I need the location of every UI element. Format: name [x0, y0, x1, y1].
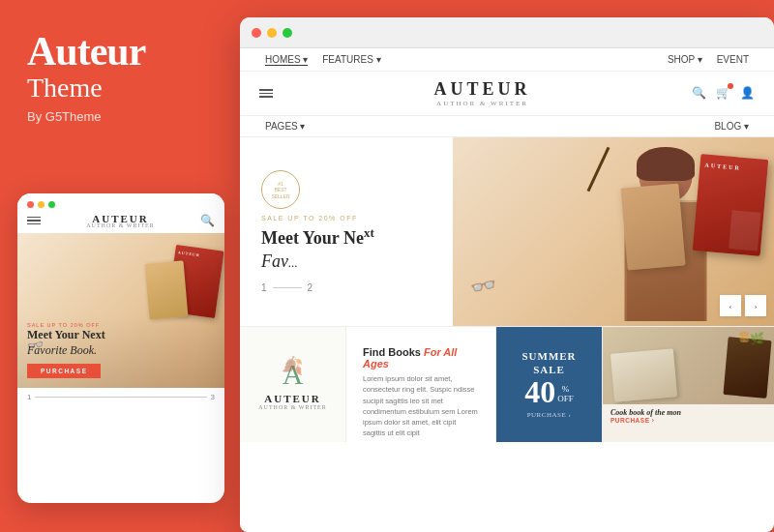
books-deco: A 🍂: [283, 360, 304, 389]
card-books-logo: A 🍂 AUTEUR AUTHOR & WRITER: [240, 327, 346, 442]
auteur-logo-full: AUTEUR AUTHOR & WRITER: [258, 393, 327, 410]
mobile-dots: [17, 193, 224, 213]
flower-deco: 🍂: [282, 355, 303, 376]
header-icons: 🔍 🛒 👤: [692, 86, 755, 101]
hamburger-line: [27, 217, 41, 219]
site-nav-top: HOMES ▾ FEATURES ▾ SHOP ▾ EVENT: [240, 48, 774, 72]
site-hamburger[interactable]: [259, 89, 273, 98]
brand-title: Auteur: [27, 29, 213, 74]
hamburger-line: [259, 93, 273, 95]
browser-dot-red[interactable]: [252, 28, 261, 38]
card-find-title: Find Books For All Ages: [363, 346, 479, 369]
user-icon[interactable]: 👤: [740, 86, 755, 101]
cookbook-image: 🌿 🍔: [603, 327, 774, 404]
sale-link[interactable]: PURCHASE ›: [527, 411, 572, 419]
card-summer-sale: SUMMER SALE 40%OFF PURCHASE ›: [496, 327, 603, 442]
nav-pages[interactable]: PAGES ▾: [265, 121, 306, 132]
mobile-dot-green: [48, 201, 55, 208]
nav-event[interactable]: EVENT: [717, 54, 749, 65]
person-hair: [637, 147, 695, 181]
browser-dot-yellow[interactable]: [267, 28, 277, 38]
bottom-cards: A 🍂 AUTEUR AUTHOR & WRITER Find Books Fo…: [240, 326, 774, 442]
hamburger-line: [27, 223, 41, 225]
pagination-line: [273, 287, 302, 288]
sale-title: SUMMER SALE: [506, 350, 592, 375]
cookbook-deco2: 🍔: [738, 332, 750, 342]
card-find-body: Lorem ipsum dolor sit amet, consectetur …: [363, 373, 479, 439]
book-cover-second: [620, 184, 685, 271]
mobile-purchase-button[interactable]: PURCHASE: [27, 364, 101, 378]
mobile-pagination: 1 3: [17, 388, 224, 406]
cookbook-book: [610, 348, 677, 401]
card-cookbook: 🌿 🍔 Cook book of the mon PURCHASE ›: [603, 327, 774, 442]
sale-off: %OFF: [557, 384, 574, 403]
mobile-header: AUTEUR AUTHOR & WRITER 🔍: [17, 213, 224, 233]
sale-percent: 40: [524, 374, 555, 409]
hero-award: #1BESTSELLER: [261, 170, 300, 209]
browser-dot-green[interactable]: [283, 28, 292, 38]
nav-features[interactable]: FEATURES ▾: [322, 54, 380, 65]
hamburger-line: [27, 220, 41, 222]
mobile-dot-yellow: [38, 201, 45, 208]
site-logo: AUTEUR AUTHOR & WRITER: [273, 79, 692, 107]
next-arrow[interactable]: ›: [745, 295, 766, 316]
find-books-content: Find Books For All Ages Lorem ipsum dolo…: [358, 339, 484, 442]
mobile-dot-red: [27, 201, 34, 208]
pagination-line: [35, 397, 206, 398]
brand-by: By G5Theme: [27, 109, 213, 124]
prev-arrow[interactable]: ‹: [720, 295, 741, 316]
mobile-book-second: [145, 260, 189, 319]
card-find-books: Find Books For All Ages Lorem ipsum dolo…: [346, 327, 496, 442]
nav-homes[interactable]: HOMES ▾: [265, 54, 308, 66]
cart-badge: [728, 83, 733, 89]
browser-titlebar: [240, 17, 774, 48]
hamburger-line: [259, 96, 273, 98]
book-inner-deco: [729, 210, 760, 251]
nav-shop[interactable]: SHOP ▾: [668, 54, 702, 65]
cookbook-bottom: Cook book of the mon PURCHASE ›: [603, 404, 774, 428]
browser-window: HOMES ▾ FEATURES ▾ SHOP ▾ EVENT AUTEUR A…: [240, 17, 774, 532]
hero-pagination: 1 2: [261, 282, 432, 293]
cookbook-book2: [723, 337, 771, 399]
hero-content: #1BESTSELLER SALE UP TO 20% OFF Meet You…: [240, 137, 453, 326]
left-panel: Auteur Theme By G5Theme AUTEUR AUTHOR & …: [0, 0, 240, 532]
glasses-icon: 👓: [468, 271, 499, 301]
nav-arrows: ‹ ›: [720, 295, 766, 316]
hero-subtitle: Fav...: [261, 251, 432, 273]
mobile-logo: AUTEUR AUTHOR & WRITER: [41, 213, 200, 228]
book-cover-main: AUTEUR: [693, 154, 768, 256]
site-nav-bottom: PAGES ▾ BLOG ▾: [240, 116, 774, 137]
mobile-hero: AUTEUR 👓 SALE UP TO 20% OFF Meet Your Ne…: [17, 233, 224, 388]
cookbook-deco: 🌿: [750, 332, 764, 346]
brand-subtitle: Theme: [27, 74, 213, 103]
nav-right: SHOP ▾ EVENT: [662, 54, 755, 65]
cart-icon[interactable]: 🛒: [716, 86, 730, 101]
mobile-hamburger[interactable]: [27, 217, 41, 225]
mobile-mockup: AUTEUR AUTHOR & WRITER 🔍 AUTEUR 👓 SALE U…: [17, 193, 224, 503]
hero-title: Meet Your Next: [261, 225, 432, 250]
nav-left: HOMES ▾ FEATURES ▾: [259, 54, 387, 65]
mobile-hero-overlay: SALE UP TO 20% OFF Meet Your Next Favori…: [17, 314, 224, 388]
hero-sale-text: SALE UP TO 20% OFF: [261, 215, 432, 222]
hero-image: 👓 AUTEUR ‹ ›: [453, 137, 774, 326]
nav-blog[interactable]: BLOG ▾: [714, 121, 749, 132]
hero-section: #1BESTSELLER SALE UP TO 20% OFF Meet You…: [240, 137, 774, 326]
site-content: HOMES ▾ FEATURES ▾ SHOP ▾ EVENT AUTEUR A…: [240, 48, 774, 442]
books-logo-content: A 🍂 AUTEUR AUTHOR & WRITER: [252, 339, 334, 430]
mobile-search-icon[interactable]: 🔍: [200, 214, 215, 228]
search-icon[interactable]: 🔍: [692, 86, 706, 101]
hamburger-line: [259, 89, 273, 91]
site-header: AUTEUR AUTHOR & WRITER 🔍 🛒 👤: [240, 72, 774, 116]
cookbook-link[interactable]: PURCHASE ›: [610, 417, 766, 424]
cookbook-title: Cook book of the mon: [610, 408, 766, 417]
sale-percent-block: 40%OFF: [524, 376, 574, 407]
